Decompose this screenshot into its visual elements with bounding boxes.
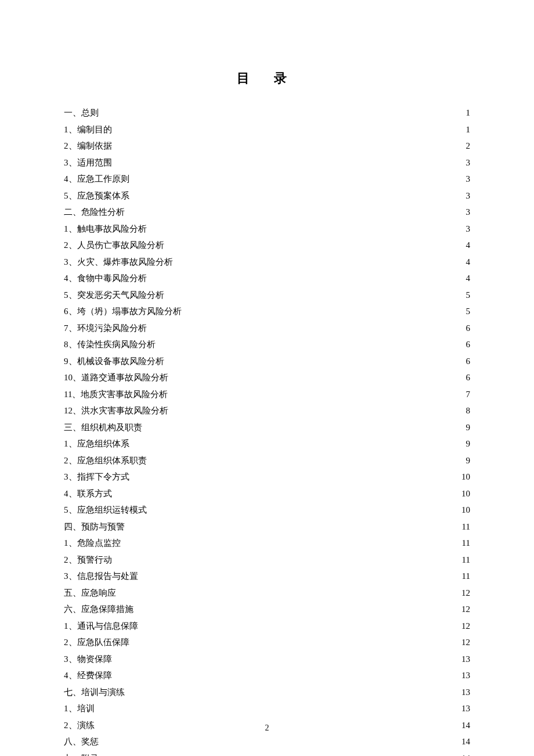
toc-row: 12、洪水灾害事故风险分析8 xyxy=(64,402,470,419)
toc-entry-page: 3 xyxy=(466,171,471,188)
toc-entry-label: 九、附录 xyxy=(64,750,99,757)
toc-row: 1、编制目的1 xyxy=(64,121,470,138)
toc-entry-page: 4 xyxy=(466,270,471,287)
toc-row: 5、突发恶劣天气风险分析5 xyxy=(64,287,470,304)
toc-entry-label: 2、编制依据 xyxy=(64,138,112,154)
toc-row: 5、应急预案体系3 xyxy=(64,188,470,204)
toc-entry-label: 三、组织机构及职责 xyxy=(64,419,142,436)
toc-row: 6、垮（坍）塌事故方风险分析5 xyxy=(64,303,470,320)
toc-entry-page: 3 xyxy=(466,204,471,221)
toc-row: 4、食物中毒风险分析4 xyxy=(64,270,470,287)
toc-entry-label: 1、编制目的 xyxy=(64,121,112,138)
toc-row: 5、应急组织运转模式10 xyxy=(64,502,470,519)
toc-entry-label: 5、突发恶劣天气风险分析 xyxy=(64,287,164,304)
toc-row: 1、培训13 xyxy=(64,700,470,717)
toc-row: 三、组织机构及职责9 xyxy=(64,419,470,436)
toc-entry-page: 13 xyxy=(461,684,470,701)
toc-entry-label: 二、危险性分析 xyxy=(64,204,125,221)
toc-entry-label: 3、指挥下令方式 xyxy=(64,469,129,485)
toc-entry-page: 2 xyxy=(466,138,471,154)
toc-entry-page: 11 xyxy=(462,535,470,552)
toc-entry-page: 13 xyxy=(461,667,470,684)
toc-title: 目 录 xyxy=(64,70,470,87)
toc-row: 4、经费保障13 xyxy=(64,667,470,684)
toc-entry-page: 13 xyxy=(461,700,470,717)
toc-entry-label: 8、传染性疾病风险分析 xyxy=(64,336,156,353)
toc-entry-label: 10、道路交通事故风险分析 xyxy=(64,369,168,386)
toc-entry-page: 11 xyxy=(462,552,470,568)
toc-row: 六、应急保障措施12 xyxy=(64,601,470,618)
toc-row: 2、应急组织体系职责9 xyxy=(64,452,470,469)
toc-entry-page: 9 xyxy=(466,435,471,452)
toc-entry-label: 1、应急组织体系 xyxy=(64,435,129,452)
toc-row: 4、联系方式10 xyxy=(64,485,470,502)
toc-entry-label: 七、培训与演练 xyxy=(64,684,125,701)
toc-entry-label: 1、危险点监控 xyxy=(64,535,121,552)
toc-row: 11、地质灾害事故风险分析7 xyxy=(64,386,470,403)
toc-row: 2、预警行动11 xyxy=(64,552,470,568)
toc-entry-label: 2、应急组织体系职责 xyxy=(64,452,147,469)
toc-row: 2、人员伤亡事故风险分析4 xyxy=(64,237,470,254)
toc-row: 七、培训与演练13 xyxy=(64,684,470,701)
toc-entry-page: 9 xyxy=(466,419,471,436)
toc-entry-page: 4 xyxy=(466,237,471,254)
toc-entry-page: 9 xyxy=(466,452,471,469)
toc-entry-label: 3、适用范围 xyxy=(64,154,112,171)
toc-entry-page: 3 xyxy=(466,154,471,171)
toc-entry-label: 3、火灾、爆炸事故风险分析 xyxy=(64,254,173,271)
toc-entry-page: 10 xyxy=(461,485,470,502)
toc-row: 3、指挥下令方式10 xyxy=(64,469,470,485)
toc-entry-label: 6、垮（坍）塌事故方风险分析 xyxy=(64,303,182,320)
toc-row: 9、机械设备事故风险分析6 xyxy=(64,353,470,370)
toc-entry-label: 4、联系方式 xyxy=(64,485,112,502)
toc-row: 3、信息报告与处置11 xyxy=(64,568,470,585)
toc-row: 8、传染性疾病风险分析6 xyxy=(64,336,470,353)
toc-entry-page: 6 xyxy=(466,336,471,353)
toc-entry-label: 4、应急工作原则 xyxy=(64,171,129,188)
toc-entry-page: 6 xyxy=(466,353,471,370)
toc-entry-page: 6 xyxy=(466,369,471,386)
toc-row: 3、适用范围3 xyxy=(64,154,470,171)
toc-entry-page: 8 xyxy=(466,402,471,419)
page-number: 2 xyxy=(0,723,534,733)
toc-entry-label: 1、通讯与信息保障 xyxy=(64,618,138,635)
toc-entry-label: 五、应急响应 xyxy=(64,585,116,602)
toc-list: 一、总则11、编制目的12、编制依据23、适用范围34、应急工作原则35、应急预… xyxy=(64,105,470,756)
toc-row: 3、火灾、爆炸事故风险分析4 xyxy=(64,254,470,271)
toc-entry-page: 10 xyxy=(461,502,470,519)
toc-entry-page: 4 xyxy=(466,254,471,271)
toc-row: 3、物资保障13 xyxy=(64,651,470,668)
document-page: 目 录 一、总则11、编制目的12、编制依据23、适用范围34、应急工作原则35… xyxy=(0,0,534,756)
toc-entry-page: 12 xyxy=(461,601,470,618)
toc-row: 10、道路交通事故风险分析6 xyxy=(64,369,470,386)
toc-entry-label: 12、洪水灾害事故风险分析 xyxy=(64,402,168,419)
toc-entry-label: 11、地质灾害事故风险分析 xyxy=(64,386,168,403)
toc-entry-label: 3、信息报告与处置 xyxy=(64,568,138,585)
toc-row: 1、触电事故风险分析3 xyxy=(64,221,470,237)
toc-entry-label: 2、应急队伍保障 xyxy=(64,634,129,651)
toc-entry-page: 6 xyxy=(466,320,471,337)
toc-entry-label: 八、奖惩 xyxy=(64,733,99,750)
toc-entry-page: 3 xyxy=(466,188,471,204)
toc-entry-label: 5、应急预案体系 xyxy=(64,188,129,204)
toc-row: 2、应急队伍保障12 xyxy=(64,634,470,651)
toc-entry-page: 12 xyxy=(461,618,470,635)
toc-entry-label: 5、应急组织运转模式 xyxy=(64,502,147,519)
toc-entry-page: 11 xyxy=(462,568,470,585)
toc-row: 一、总则1 xyxy=(64,105,470,121)
toc-entry-label: 9、机械设备事故风险分析 xyxy=(64,353,164,370)
toc-entry-label: 4、食物中毒风险分析 xyxy=(64,270,147,287)
toc-row: 二、危险性分析3 xyxy=(64,204,470,221)
toc-entry-page: 1 xyxy=(466,105,471,121)
toc-row: 1、危险点监控11 xyxy=(64,535,470,552)
toc-row: 八、奖惩14 xyxy=(64,733,470,750)
toc-entry-label: 2、预警行动 xyxy=(64,552,112,568)
toc-row: 九、附录14 xyxy=(64,750,470,757)
toc-entry-label: 7、环境污染风险分析 xyxy=(64,320,147,337)
toc-entry-label: 1、触电事故风险分析 xyxy=(64,221,147,237)
toc-entry-page: 14 xyxy=(461,750,470,757)
toc-entry-page: 10 xyxy=(461,469,470,485)
toc-row: 1、通讯与信息保障12 xyxy=(64,618,470,635)
toc-entry-label: 六、应急保障措施 xyxy=(64,601,134,618)
toc-entry-page: 3 xyxy=(466,221,471,237)
